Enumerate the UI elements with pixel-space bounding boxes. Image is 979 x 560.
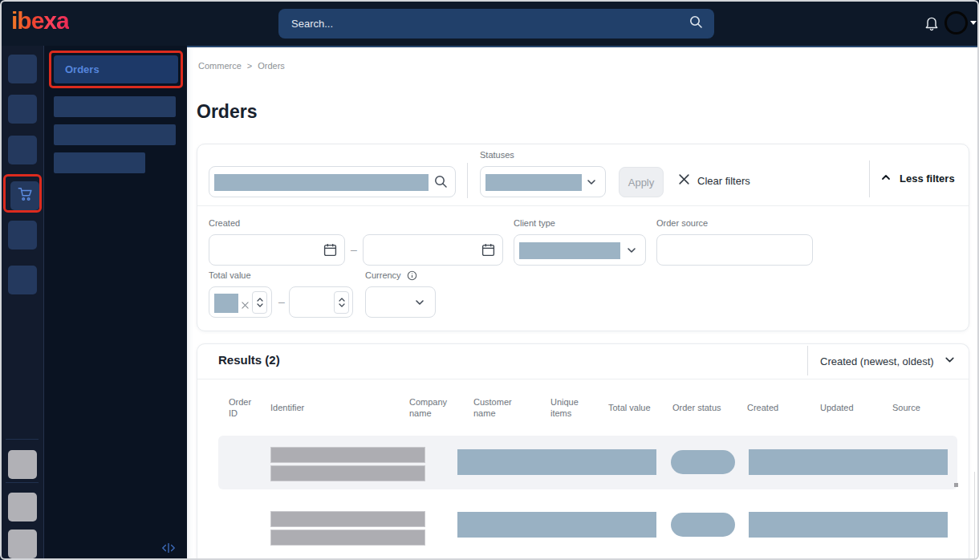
sort-option-label: Created (newest, oldest): [820, 355, 934, 367]
info-icon[interactable]: [407, 270, 417, 284]
user-avatar[interactable]: [944, 11, 968, 34]
scrollbar-track[interactable]: [974, 472, 975, 558]
orders-search-input[interactable]: [209, 166, 456, 197]
global-search[interactable]: [278, 9, 714, 39]
chevron-down-icon: [586, 177, 597, 191]
sort-dropdown[interactable]: Created (newest, oldest): [820, 354, 956, 368]
number-stepper[interactable]: [252, 291, 267, 314]
app-window: ibexa: [0, 0, 979, 560]
sidebar-item-orders-highlight: Orders: [49, 51, 183, 88]
collapse-sidebar-icon[interactable]: [160, 541, 177, 555]
customer-skeleton: [457, 449, 656, 475]
orders-table-header: Order ID Identifier Company name Custome…: [218, 396, 957, 428]
resize-dot: [954, 483, 958, 487]
client-type-label: Client type: [514, 218, 555, 228]
clear-filters-button[interactable]: Clear filters: [678, 173, 750, 188]
currency-dropdown[interactable]: [365, 286, 436, 318]
created-to-date-input[interactable]: [363, 234, 503, 266]
statuses-dropdown[interactable]: [480, 166, 606, 197]
topbar: ibexa: [0, 0, 979, 46]
bottom-nav-tile-skeleton[interactable]: [8, 450, 37, 479]
apply-label: Apply: [628, 177, 655, 189]
sidebar-item-orders[interactable]: Orders: [54, 55, 178, 83]
clear-value-x-icon[interactable]: [242, 298, 249, 312]
calendar-icon[interactable]: [323, 243, 337, 260]
nav-tile-skeleton[interactable]: [8, 221, 37, 250]
clear-x-icon: [678, 173, 690, 188]
less-filters-label: Less filters: [900, 172, 955, 185]
nav-tile-skeleton[interactable]: [8, 55, 37, 83]
breadcrumb: Commerce > Orders: [198, 61, 285, 71]
bottom-nav-tile-skeleton[interactable]: [8, 493, 37, 521]
column-header-unique-items: Unique items: [550, 396, 589, 419]
panel-divider: [197, 205, 969, 206]
main-icon-rail: [0, 46, 44, 560]
rail-divider: [6, 439, 39, 440]
total-value-label: Total value: [209, 270, 251, 280]
breadcrumb-separator: >: [247, 61, 252, 71]
nav-tile-skeleton[interactable]: [8, 136, 37, 164]
identifier-skeleton: [270, 447, 425, 463]
statuses-value-skeleton: [485, 174, 582, 191]
sidebar-item-skeleton[interactable]: [54, 152, 145, 173]
sidebar-item-label: Orders: [65, 63, 100, 75]
total-value-max-input[interactable]: [289, 286, 353, 318]
commerce-nav-highlight: [3, 174, 42, 213]
global-search-input[interactable]: [290, 17, 689, 30]
client-type-dropdown[interactable]: [514, 234, 646, 266]
client-type-value-skeleton: [519, 242, 620, 259]
card-divider: [197, 379, 969, 379]
statuses-label: Statuses: [480, 150, 514, 160]
number-stepper[interactable]: [334, 291, 349, 314]
sort-divider: [807, 346, 808, 375]
chevron-down-icon: [626, 245, 637, 259]
calendar-icon[interactable]: [481, 243, 495, 260]
column-header-total-value: Total value: [608, 402, 651, 413]
column-header-order-id: Order ID: [229, 396, 261, 419]
dates-skeleton: [749, 449, 948, 475]
column-header-customer-name: Customer name: [473, 396, 526, 419]
rail-divider: [6, 482, 39, 483]
chevron-down-icon: [414, 297, 425, 311]
order-status-skeleton: [671, 450, 735, 474]
order-source-input[interactable]: [656, 234, 813, 266]
identifier-skeleton: [270, 511, 425, 527]
clear-filters-label: Clear filters: [697, 175, 750, 187]
page-title: Orders: [197, 101, 257, 123]
notifications-bell-icon[interactable]: [924, 14, 940, 35]
bottom-nav-tile-skeleton[interactable]: [8, 530, 37, 558]
nav-tile-skeleton[interactable]: [8, 95, 37, 124]
chevron-up-icon: [880, 172, 892, 185]
currency-label: Currency: [365, 270, 401, 280]
column-header-identifier: Identifier: [270, 402, 304, 413]
sidebar-item-skeleton[interactable]: [54, 96, 176, 117]
identifier-skeleton: [270, 530, 425, 546]
apply-button[interactable]: Apply: [619, 167, 664, 197]
search-icon: [434, 175, 448, 192]
total-value-min-input[interactable]: [209, 286, 272, 318]
ibexa-logo[interactable]: ibexa: [11, 7, 69, 34]
user-menu-caret-icon[interactable]: [970, 21, 977, 25]
search-icon: [689, 15, 703, 32]
nav-tile-skeleton[interactable]: [8, 266, 37, 294]
breadcrumb-item-commerce[interactable]: Commerce: [198, 61, 242, 71]
created-from-date-input[interactable]: [209, 234, 345, 266]
sidebar-item-skeleton[interactable]: [54, 124, 176, 145]
column-header-created: Created: [747, 402, 778, 413]
created-label: Created: [209, 218, 240, 228]
dates-skeleton: [749, 512, 948, 538]
identifier-skeleton: [270, 465, 425, 481]
customer-skeleton: [457, 512, 656, 538]
min-value-skeleton: [214, 294, 238, 313]
shopping-cart-icon: [16, 185, 35, 206]
order-status-skeleton: [671, 513, 735, 537]
order-source-label: Order source: [656, 218, 708, 228]
sidebar-item-commerce[interactable]: [10, 181, 39, 210]
column-header-order-status: Order status: [672, 402, 721, 413]
value-range-dash: –: [278, 295, 285, 308]
less-filters-button[interactable]: Less filters: [880, 172, 955, 185]
chevron-down-icon: [944, 354, 956, 368]
column-header-source: Source: [892, 402, 920, 413]
breadcrumb-item-orders[interactable]: Orders: [258, 61, 285, 71]
date-range-dash: –: [351, 243, 357, 256]
